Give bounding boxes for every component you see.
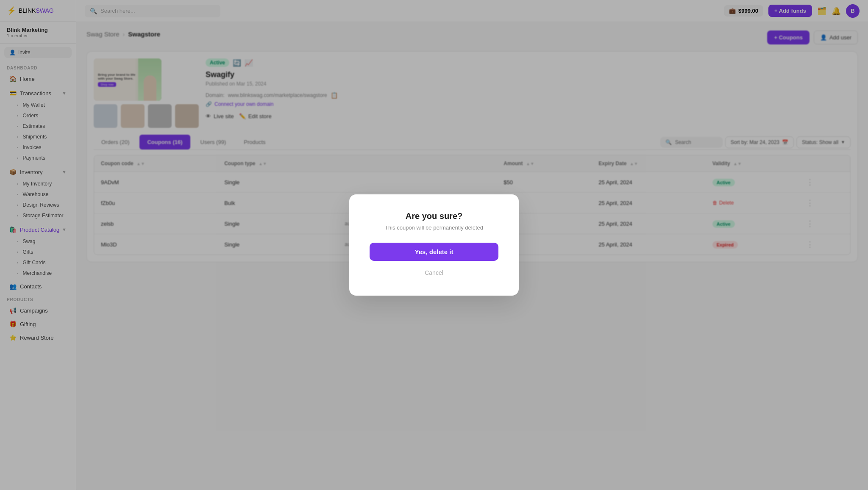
dialog-subtitle: This coupon will be permanently deleted xyxy=(370,224,498,231)
cancel-delete-button[interactable]: Cancel xyxy=(370,267,498,279)
main-area: 🔍 Search here... 💼 $999.00 + Add funds 🗂… xyxy=(76,0,868,490)
dialog-overlay: Are you sure? This coupon will be perman… xyxy=(76,0,868,490)
dialog-title: Are you sure? xyxy=(370,211,498,221)
confirm-dialog: Are you sure? This coupon will be perman… xyxy=(349,194,519,296)
confirm-delete-button[interactable]: Yes, delete it xyxy=(370,243,498,261)
